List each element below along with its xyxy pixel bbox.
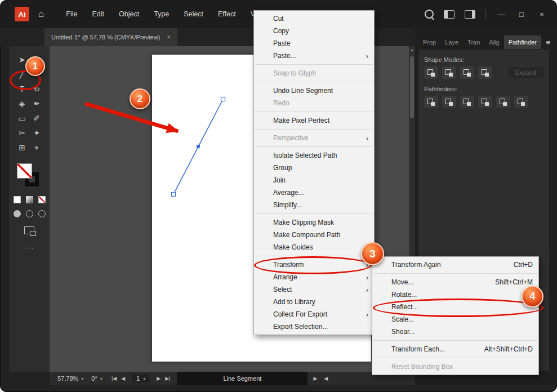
artboard-last-button[interactable]: ▶| bbox=[165, 376, 170, 381]
menu-item-isolate-selected-path[interactable]: Isolate Selected Path bbox=[254, 149, 374, 162]
menu-item-join[interactable]: Join bbox=[254, 174, 374, 186]
search-icon[interactable] bbox=[425, 10, 434, 19]
fill-swatch[interactable] bbox=[17, 163, 32, 179]
artboard-prev-button[interactable]: ◀ bbox=[121, 376, 125, 381]
submenu-item-shear[interactable]: Shear... bbox=[372, 326, 538, 338]
trim-icon[interactable] bbox=[442, 96, 456, 108]
menu-item-export-selection[interactable]: Export Selection... bbox=[254, 320, 374, 333]
color-swatch-icon[interactable] bbox=[14, 196, 21, 203]
menu-select[interactable]: Select bbox=[176, 7, 211, 21]
none-swatch-icon[interactable] bbox=[38, 196, 46, 203]
menu-item-cut[interactable]: Cut bbox=[254, 12, 374, 25]
panel-menu-icon[interactable]: ≡ bbox=[542, 38, 554, 47]
menu-item-arrange[interactable]: Arrange› bbox=[254, 271, 374, 283]
tab-align[interactable]: Alig bbox=[484, 35, 503, 49]
artboard-first-button[interactable]: |◀ bbox=[112, 376, 117, 381]
draw-normal-icon[interactable] bbox=[14, 210, 21, 217]
crop-icon[interactable] bbox=[478, 96, 492, 108]
menu-separator bbox=[255, 129, 373, 130]
submenu-item-reset-bounding-box: Reset Bounding Box bbox=[372, 360, 538, 373]
draw-behind-icon[interactable] bbox=[26, 210, 33, 217]
menu-item-select[interactable]: Select› bbox=[254, 283, 374, 296]
minus-front-icon[interactable] bbox=[442, 66, 456, 79]
menu-item-add-to-library[interactable]: Add to Library bbox=[254, 296, 374, 308]
divide-icon[interactable] bbox=[424, 96, 438, 108]
menu-item-copy[interactable]: Copy bbox=[254, 25, 374, 37]
menu-item-paste-special[interactable]: Paste...› bbox=[254, 50, 374, 62]
menu-item-simplify[interactable]: Simplify... bbox=[254, 199, 374, 211]
menu-item-undo-line-segment[interactable]: Undo Line Segment bbox=[254, 84, 374, 97]
workspace-switcher-icon[interactable] bbox=[465, 10, 475, 19]
artboard-next-button[interactable]: ▶ bbox=[157, 376, 161, 381]
rectangle-tool[interactable]: ▭ bbox=[15, 112, 29, 125]
menu-item-label: Snap to Glyph bbox=[273, 69, 368, 77]
document-tab[interactable]: Untitled-1* @ 57,78 % (CMYK/Preview) × bbox=[44, 28, 177, 46]
menu-object[interactable]: Object bbox=[112, 7, 146, 21]
tab-pathfinder[interactable]: Pathfinder bbox=[504, 35, 541, 49]
menu-type[interactable]: Type bbox=[146, 7, 176, 21]
strip-next-icon[interactable]: ▶ bbox=[313, 376, 317, 381]
tab-transform[interactable]: Tran bbox=[463, 35, 484, 49]
scroll-up-icon[interactable]: ▴ bbox=[411, 47, 413, 52]
selection-tool[interactable]: ➤ bbox=[15, 53, 29, 66]
artboard-number-select[interactable]: 1 ▾ bbox=[132, 374, 150, 383]
line-segment-tool[interactable]: ╱ bbox=[15, 68, 29, 81]
exclude-icon[interactable] bbox=[478, 66, 492, 79]
menu-item-make-guides[interactable]: Make Guides bbox=[254, 241, 374, 253]
shaper-tool[interactable]: ✎ bbox=[29, 68, 44, 81]
home-icon[interactable]: ⌂ bbox=[38, 8, 44, 20]
tab-properties[interactable]: Prop bbox=[418, 35, 440, 49]
maximize-button[interactable]: □ bbox=[516, 10, 527, 19]
menu-file[interactable]: File bbox=[59, 7, 84, 21]
menu-separator bbox=[255, 112, 373, 112]
outline-icon[interactable] bbox=[496, 96, 510, 108]
submenu-item-reflect[interactable]: Reflect... bbox=[372, 301, 538, 313]
app-logo-icon[interactable]: Ai bbox=[15, 7, 29, 21]
zoom-tool[interactable]: ⌖ bbox=[29, 141, 44, 154]
pen-tool[interactable]: ✒ bbox=[29, 97, 44, 110]
status-strip-arrows: ▶ ◀ bbox=[313, 376, 328, 381]
menu-item-paste[interactable]: Paste bbox=[254, 37, 374, 50]
fill-stroke-control[interactable] bbox=[17, 163, 42, 189]
eraser-tool[interactable]: ◈ bbox=[15, 97, 29, 110]
intersect-icon[interactable] bbox=[460, 66, 474, 79]
close-button[interactable]: × bbox=[537, 10, 547, 19]
minimize-button[interactable]: — bbox=[496, 10, 506, 19]
menu-item-label: Make Clipping Mask bbox=[273, 219, 368, 226]
submenu-item-transform-again[interactable]: Transform AgainCtrl+D bbox=[372, 259, 538, 271]
arrange-documents-icon[interactable] bbox=[444, 10, 454, 19]
menu-item-make-compound-path[interactable]: Make Compound Path bbox=[254, 229, 374, 241]
draw-inside-icon[interactable] bbox=[38, 210, 46, 217]
menu-item-make-pixel-perfect[interactable]: Make Pixel Perfect bbox=[254, 114, 374, 127]
change-screen-mode-icon[interactable] bbox=[24, 226, 34, 234]
menu-effect[interactable]: Effect bbox=[211, 7, 243, 21]
submenu-item-transform-each[interactable]: Transform Each...Alt+Shift+Ctrl+D bbox=[372, 343, 538, 355]
submenu-item-scale[interactable]: Scale... bbox=[372, 313, 538, 326]
menu-item-group[interactable]: Group bbox=[254, 162, 374, 174]
artboard-tool[interactable]: ⊞ bbox=[15, 141, 29, 154]
zoom-level-select[interactable]: 57,78% ▾ bbox=[57, 375, 83, 382]
rotate-tool[interactable]: ↻ bbox=[29, 82, 44, 96]
width-tool[interactable]: ✦ bbox=[29, 126, 44, 140]
gradient-swatch-icon[interactable] bbox=[26, 196, 33, 203]
scissors-tool[interactable]: ✂ bbox=[15, 126, 29, 140]
pencil-tool[interactable]: ✐ bbox=[29, 112, 44, 125]
curvature-tool[interactable]: ✏ bbox=[29, 53, 44, 66]
menu-item-average[interactable]: Average... bbox=[254, 186, 374, 199]
unite-icon[interactable] bbox=[424, 66, 438, 79]
tab-layers[interactable]: Laye bbox=[440, 35, 463, 49]
rotation-select[interactable]: 0° ▾ bbox=[91, 375, 103, 382]
minus-back-icon[interactable] bbox=[514, 96, 528, 108]
strip-prev-icon[interactable]: ◀ bbox=[324, 376, 328, 381]
menu-item-make-clipping-mask[interactable]: Make Clipping Mask bbox=[254, 216, 374, 229]
edit-toolbar-icon[interactable]: ··· bbox=[9, 243, 50, 252]
merge-icon[interactable] bbox=[460, 96, 474, 108]
tab-close-icon[interactable]: × bbox=[167, 33, 171, 41]
menu-item-collect-for-export[interactable]: Collect For Export› bbox=[254, 308, 374, 320]
menu-edit[interactable]: Edit bbox=[84, 7, 112, 21]
menu-item-transform[interactable]: Transform› bbox=[254, 259, 374, 271]
type-tool[interactable]: T bbox=[15, 82, 29, 96]
scrollbar-thumb[interactable] bbox=[410, 56, 414, 118]
submenu-item-move[interactable]: Move...Shift+Ctrl+M bbox=[372, 276, 538, 288]
submenu-item-rotate[interactable]: Rotate... bbox=[372, 288, 538, 301]
